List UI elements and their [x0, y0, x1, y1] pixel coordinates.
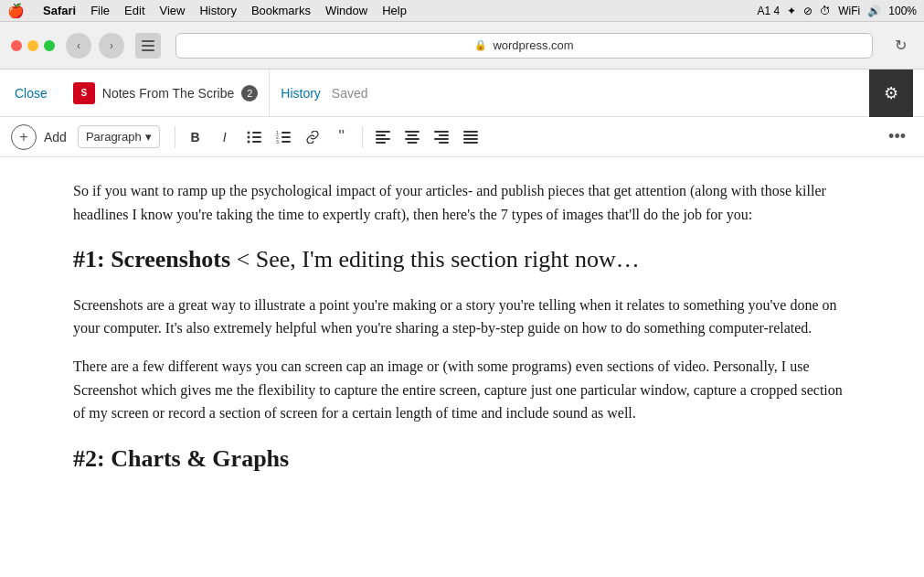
traffic-lights: [11, 40, 55, 51]
menubar-history[interactable]: History: [199, 4, 236, 17]
svg-point-5: [247, 135, 250, 138]
svg-rect-28: [463, 134, 478, 136]
address-text: wordpress.com: [493, 38, 573, 52]
paragraph-2: There are a few different ways you can s…: [73, 355, 851, 425]
menubar-window[interactable]: Window: [325, 4, 367, 17]
menubar-help[interactable]: Help: [382, 4, 407, 17]
battery-indicator: 100%: [888, 5, 917, 17]
toolbar-separator-1: [175, 126, 175, 148]
svg-rect-30: [463, 142, 478, 144]
menubar-bookmarks[interactable]: Bookmarks: [251, 4, 311, 17]
fullscreen-window-button[interactable]: [44, 40, 55, 51]
svg-rect-18: [376, 142, 386, 144]
svg-rect-1: [142, 45, 154, 47]
align-right-button[interactable]: [429, 124, 454, 150]
do-not-disturb-icon: ⊘: [803, 5, 812, 17]
saved-status: Saved: [332, 86, 368, 101]
svg-rect-19: [405, 131, 420, 133]
toolbar-separator-2: [362, 126, 363, 148]
menubar-safari[interactable]: Safari: [43, 4, 76, 17]
svg-rect-20: [407, 134, 417, 136]
bold-button[interactable]: B: [183, 124, 208, 150]
refresh-button[interactable]: ↻: [887, 33, 913, 59]
add-block-button[interactable]: +: [11, 124, 37, 150]
align-center-button[interactable]: [399, 124, 425, 150]
svg-rect-14: [281, 141, 291, 143]
paragraph-style-select[interactable]: Paragraph ▾: [78, 125, 160, 148]
wifi-icon: WiFi: [838, 5, 860, 17]
svg-rect-24: [439, 134, 449, 136]
svg-text:3.: 3.: [276, 139, 280, 144]
doc-badge: 2: [241, 85, 258, 102]
time-machine-icon: ⏱: [820, 5, 831, 17]
svg-rect-10: [281, 132, 291, 134]
forward-button[interactable]: ›: [99, 33, 124, 59]
svg-point-3: [247, 131, 250, 134]
scribe-logo: S: [73, 82, 95, 104]
heading-1-text: #1: Screenshots: [73, 246, 230, 272]
italic-button[interactable]: I: [212, 124, 238, 150]
svg-rect-12: [281, 136, 291, 138]
svg-rect-4: [252, 132, 261, 134]
more-options-button[interactable]: •••: [881, 127, 913, 146]
svg-rect-23: [434, 131, 449, 133]
svg-rect-2: [142, 49, 154, 51]
svg-rect-0: [142, 40, 154, 42]
dropbox-icon: ✦: [787, 5, 796, 17]
svg-rect-26: [439, 142, 449, 144]
volume-icon: 🔊: [867, 5, 881, 17]
heading-1-edit-note: < See, I'm editing this section right no…: [230, 246, 640, 272]
svg-rect-22: [407, 142, 417, 144]
ordered-list-button[interactable]: 1. 2. 3.: [271, 124, 296, 150]
doc-tab: S Notes From The Scribe 2: [62, 69, 270, 117]
doc-title: Notes From The Scribe: [102, 86, 234, 101]
svg-rect-29: [463, 138, 478, 140]
svg-rect-6: [252, 136, 261, 138]
add-label: Add: [44, 130, 67, 144]
menubar-edit[interactable]: Edit: [124, 4, 144, 17]
history-button[interactable]: History: [270, 86, 332, 101]
editor-header: Close S Notes From The Scribe 2 History …: [0, 69, 924, 117]
formatting-toolbar: + Add Paragraph ▾ B I 1. 2. 3. ": [0, 117, 924, 157]
blockquote-button[interactable]: ": [329, 124, 355, 150]
menubar-file[interactable]: File: [90, 4, 110, 17]
back-button[interactable]: ‹: [66, 33, 91, 59]
heading-2: #2: Charts & Graphs: [73, 440, 851, 478]
close-button[interactable]: Close: [11, 86, 62, 101]
link-button[interactable]: [300, 124, 325, 150]
svg-point-7: [247, 140, 250, 143]
menubar-view[interactable]: View: [160, 4, 186, 17]
sidebar-toggle-button[interactable]: [135, 33, 161, 59]
unordered-list-button[interactable]: [241, 124, 267, 150]
editor-content[interactable]: So if you want to ramp up the psychologi…: [0, 157, 924, 577]
svg-rect-8: [252, 141, 261, 143]
adobe-icon: A1 4: [758, 5, 781, 17]
svg-rect-16: [376, 134, 386, 136]
svg-rect-15: [376, 131, 390, 133]
minimize-window-button[interactable]: [27, 40, 38, 51]
address-bar[interactable]: 🔒 wordpress.com: [175, 33, 873, 59]
svg-rect-27: [463, 131, 478, 133]
svg-rect-17: [376, 138, 390, 140]
browser-toolbar: ‹ › 🔒 wordpress.com ↻: [0, 22, 924, 69]
settings-button[interactable]: ⚙: [869, 69, 913, 117]
paragraph-1: Screenshots are a great way to illustrat…: [73, 294, 851, 340]
apple-menu-icon[interactable]: 🍎: [7, 3, 25, 19]
chevron-down-icon: ▾: [145, 130, 152, 144]
menubar-right: A1 4 ✦ ⊘ ⏱ WiFi 🔊 100%: [758, 5, 917, 17]
paragraph-style-label: Paragraph: [86, 130, 142, 144]
svg-rect-21: [405, 138, 420, 140]
heading-1: #1: Screenshots < See, I'm editing this …: [73, 240, 851, 279]
align-justify-button[interactable]: [458, 124, 483, 150]
menubar: 🍎 Safari File Edit View History Bookmark…: [0, 0, 924, 22]
intro-paragraph: So if you want to ramp up the psychologi…: [73, 179, 851, 226]
close-window-button[interactable]: [11, 40, 22, 51]
browser-chrome: ‹ › 🔒 wordpress.com ↻: [0, 22, 924, 69]
align-left-button[interactable]: [370, 124, 396, 150]
svg-rect-25: [434, 138, 449, 140]
lock-icon: 🔒: [474, 39, 487, 51]
